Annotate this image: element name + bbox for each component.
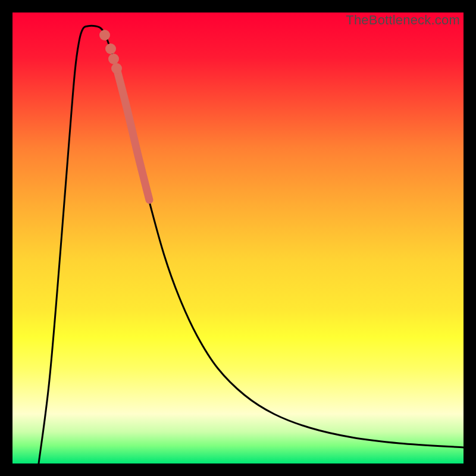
main-curve <box>39 26 464 464</box>
chart-svg <box>12 12 464 464</box>
highlight-dot <box>111 63 122 74</box>
highlight-dot <box>99 30 110 40</box>
plot-area: TheBottleneck.com <box>12 12 464 464</box>
highlight-dots <box>99 30 122 74</box>
highlight-dot <box>105 43 116 54</box>
highlight-dot <box>108 54 119 64</box>
chart-frame: TheBottleneck.com <box>0 0 476 476</box>
highlight-segment <box>117 68 149 200</box>
